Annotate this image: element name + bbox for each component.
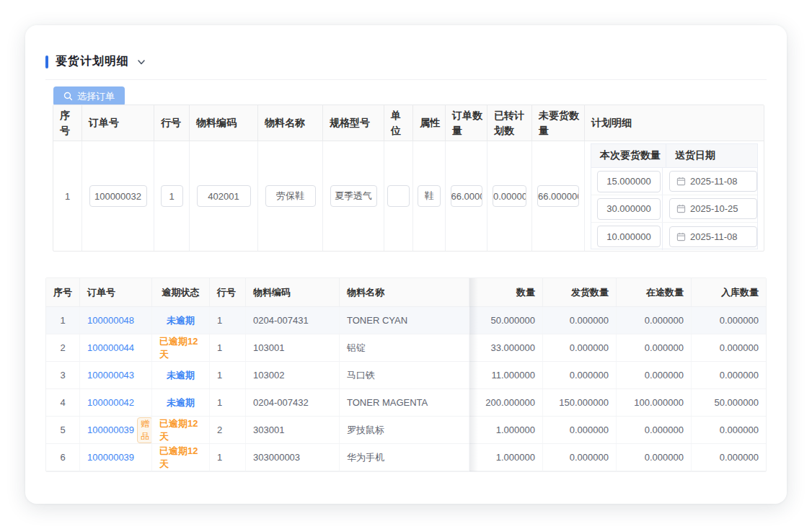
page-header: 要货计划明细 <box>45 54 146 69</box>
table-row[interactable]: 1 100000048 未逾期 1 0204-007431 TONER CYAN… <box>46 307 766 334</box>
overdue-status: 未逾期 <box>167 369 195 382</box>
order-qty-input[interactable] <box>451 185 482 207</box>
order-no-link[interactable]: 100000044 <box>87 342 134 353</box>
row-shipped-qty: 150.000000 <box>543 389 617 416</box>
material-name-input[interactable] <box>265 185 316 207</box>
plan-col-spec: 规格型号 <box>323 105 384 141</box>
row-material-name: 马口铁 <box>340 362 469 388</box>
unrequested-qty-input[interactable] <box>537 185 579 207</box>
row-received-qty: 0.000000 <box>692 334 766 361</box>
converted-qty-input[interactable] <box>493 185 526 207</box>
ot-col-mat-code: 物料编码 <box>246 278 340 306</box>
row-received-qty: 0.000000 <box>692 362 766 388</box>
ot-col-qty: 数量 <box>469 278 543 306</box>
row-in-transit-qty: 0.000000 <box>617 307 692 334</box>
order-no-input[interactable] <box>89 185 147 207</box>
table-row[interactable]: 2 100000044 已逾期12天 1 103001 铝锭 33.000000… <box>46 334 766 362</box>
plan-col-unit: 单位 <box>384 105 413 141</box>
row-material-name: 罗技鼠标 <box>340 417 469 443</box>
delivery-date-picker[interactable]: 2025-11-08 <box>669 171 757 192</box>
ot-col-line-no: 行号 <box>210 278 246 306</box>
row-in-transit-qty: 0.000000 <box>617 334 692 361</box>
row-seq: 2 <box>46 334 80 361</box>
row-seq: 3 <box>46 362 80 388</box>
plan-table-row: 1 本次要货数量 送货日期 <box>53 141 764 251</box>
table-row[interactable]: 3 100000043 未逾期 1 103002 马口铁 11.000000 0… <box>46 362 766 389</box>
select-order-label: 选择订单 <box>77 90 115 103</box>
row-material-code: 0204-007431 <box>246 307 340 334</box>
detail-qty-input[interactable] <box>597 226 661 247</box>
overdue-status: 未逾期 <box>167 396 195 409</box>
row-qty: 200.000000 <box>469 389 543 416</box>
ot-col-seq: 序号 <box>46 278 80 306</box>
title-accent-bar <box>45 55 48 68</box>
table-row[interactable]: 5 100000039 赠品 已逾期12天 2 303001 罗技鼠标 1.00… <box>46 417 766 444</box>
row-qty: 50.000000 <box>469 307 543 334</box>
page-title: 要货计划明细 <box>56 54 129 69</box>
delivery-date-picker[interactable]: 2025-11-08 <box>669 226 757 247</box>
delivery-date-value: 2025-10-25 <box>690 203 738 214</box>
main-card: 要货计划明细 选择订单 序号 订单号 行号 物料编码 物料名称 规格型号 单位 … <box>25 25 787 504</box>
line-no-input[interactable] <box>161 185 183 207</box>
plan-detail-header: 本次要货数量 送货日期 <box>591 144 757 168</box>
ot-col-mat-name: 物料名称 <box>340 278 469 306</box>
row-seq: 4 <box>46 389 80 416</box>
row-material-name: TONER CYAN <box>340 307 469 334</box>
delivery-date-value: 2025-11-08 <box>690 231 738 242</box>
plan-col-seq: 序号 <box>53 105 82 141</box>
attribute-input[interactable] <box>418 185 441 207</box>
order-no-link[interactable]: 100000042 <box>87 397 134 408</box>
row-line-no: 1 <box>210 389 246 416</box>
delivery-date-value: 2025-11-08 <box>690 176 738 187</box>
row-material-code: 303000003 <box>246 444 340 471</box>
select-order-button[interactable]: 选择订单 <box>53 86 125 106</box>
ot-col-in-transit: 在途数量 <box>617 278 692 306</box>
detail-qty-input[interactable] <box>597 198 661 220</box>
row-received-qty: 50.000000 <box>692 389 766 416</box>
overdue-status: 未逾期 <box>167 314 195 327</box>
overdue-status: 已逾期12天 <box>159 335 202 361</box>
row-shipped-qty: 0.000000 <box>543 417 617 443</box>
detail-qty-input[interactable] <box>597 171 661 192</box>
row-line-no: 1 <box>210 334 246 361</box>
detail-row: 2025-11-08 <box>591 223 757 250</box>
chevron-down-icon[interactable] <box>136 57 146 67</box>
table-row[interactable]: 6 100000039 已逾期12天 1 303000003 华为手机 1.00… <box>46 444 766 471</box>
plan-col-line-no: 行号 <box>154 105 190 141</box>
row-line-no: 2 <box>210 417 246 443</box>
ot-col-shipped: 发货数量 <box>543 278 617 306</box>
header-divider <box>45 79 767 80</box>
overdue-status: 已逾期12天 <box>159 417 202 443</box>
ot-col-received: 入库数量 <box>692 278 766 306</box>
table-row[interactable]: 4 100000042 未逾期 1 0204-007432 TONER MAGE… <box>46 389 766 417</box>
plan-col-detail: 计划明细 <box>585 105 764 141</box>
detail-col-date: 送货日期 <box>666 144 757 167</box>
row-line-no: 1 <box>210 307 246 334</box>
calendar-icon <box>676 204 686 213</box>
spec-input[interactable] <box>330 185 377 207</box>
order-no-link[interactable]: 100000043 <box>87 370 134 381</box>
unit-input[interactable] <box>387 185 410 207</box>
detail-col-qty: 本次要货数量 <box>591 144 666 167</box>
row-seq: 6 <box>46 444 80 471</box>
delivery-date-picker[interactable]: 2025-10-25 <box>669 198 757 219</box>
order-no-link[interactable]: 100000039 <box>87 424 134 435</box>
material-code-input[interactable] <box>197 185 251 207</box>
plan-col-mat-name: 物料名称 <box>258 105 323 141</box>
row-seq: 5 <box>46 417 80 443</box>
row-in-transit-qty: 0.000000 <box>617 362 692 388</box>
row-material-name: 华为手机 <box>340 444 469 471</box>
gift-badge: 赠品 <box>137 417 152 443</box>
row-line-no: 1 <box>210 444 246 471</box>
row-received-qty: 0.000000 <box>692 307 766 334</box>
ot-col-order-no: 订单号 <box>80 278 152 306</box>
order-no-link[interactable]: 100000039 <box>87 452 134 463</box>
overdue-status: 已逾期12天 <box>159 445 202 471</box>
row-seq: 1 <box>46 307 80 334</box>
plan-col-order-no: 订单号 <box>82 105 154 141</box>
order-no-link[interactable]: 100000048 <box>87 315 134 326</box>
search-icon <box>63 92 73 101</box>
plan-col-mat-code: 物料编码 <box>190 105 258 141</box>
row-in-transit-qty: 100.000000 <box>617 389 692 416</box>
row-material-code: 0204-007432 <box>246 389 340 416</box>
